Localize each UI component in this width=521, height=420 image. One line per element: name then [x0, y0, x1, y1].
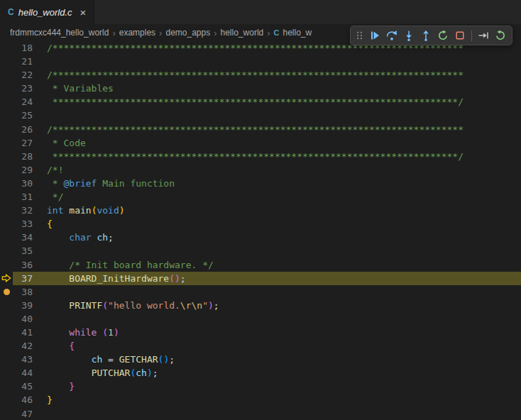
code-line[interactable]: 22/*************************************… — [0, 68, 521, 82]
step-over-icon — [386, 30, 397, 41]
step-out-button[interactable] — [418, 28, 434, 43]
code-line[interactable]: 34 char ch; — [0, 231, 521, 244]
code-line[interactable]: 39 PRINTF("hello world.\r\n"); — [0, 299, 521, 312]
code-line-text: } — [33, 393, 53, 407]
code-line-text: /***************************************… — [33, 123, 464, 136]
gutter-margin[interactable] — [0, 407, 13, 420]
code-line[interactable]: 29/*! — [0, 163, 521, 177]
gutter-margin[interactable] — [0, 299, 13, 312]
code-line-text: */ — [33, 190, 63, 204]
gutter-margin[interactable] — [0, 177, 13, 190]
code-line[interactable]: 30 * @brief Main function — [0, 177, 521, 190]
restart-button[interactable] — [435, 28, 451, 43]
gutter-margin[interactable] — [0, 393, 13, 407]
breadcrumb-item[interactable]: examples — [119, 28, 155, 38]
reset-icon — [495, 30, 506, 41]
gutter-margin[interactable] — [0, 82, 13, 95]
code-line[interactable]: 23 * Variables — [0, 82, 521, 95]
line-number: 37 — [13, 272, 33, 285]
gutter-margin[interactable] — [0, 95, 13, 109]
code-line[interactable]: 24 *************************************… — [0, 95, 521, 109]
breadcrumb-separator: › — [112, 28, 115, 38]
gutter-margin[interactable] — [0, 244, 13, 258]
code-line[interactable]: 31 */ — [0, 190, 521, 204]
close-icon[interactable]: × — [80, 7, 87, 18]
step-into-target-button[interactable] — [476, 28, 491, 43]
code-line[interactable]: 41 while (1) — [0, 326, 521, 339]
stop-button[interactable] — [452, 28, 468, 43]
step-into-target-icon — [478, 30, 489, 41]
gutter-margin[interactable] — [0, 163, 13, 177]
breadcrumb-separator: › — [267, 28, 270, 38]
breakpoint-icon[interactable] — [0, 285, 13, 299]
line-number: 18 — [13, 41, 33, 55]
code-line[interactable]: 42 { — [0, 339, 521, 353]
line-number: 46 — [13, 393, 33, 407]
gutter-margin[interactable] — [0, 150, 13, 163]
line-number: 41 — [13, 326, 33, 339]
breadcrumb-item[interactable]: frdmmcxc444_hello_world — [10, 28, 109, 38]
code-line[interactable]: 44 PUTCHAR(ch); — [0, 366, 521, 380]
code-line[interactable]: 27 * Code — [0, 136, 521, 150]
code-line[interactable]: 28 *************************************… — [0, 150, 521, 163]
code-line[interactable]: 26/*************************************… — [0, 123, 521, 136]
breadcrumb-item[interactable]: demo_apps — [165, 28, 210, 38]
line-number: 23 — [13, 82, 33, 95]
step-out-icon — [420, 30, 432, 41]
gutter-margin[interactable] — [0, 339, 13, 353]
gutter-margin[interactable] — [0, 41, 13, 55]
code-line[interactable]: 21 — [0, 55, 521, 68]
gutter-margin[interactable] — [0, 231, 13, 244]
tab-hello-world-c[interactable]: C hello_world.c × — [0, 0, 94, 24]
gutter-margin[interactable] — [0, 326, 13, 339]
step-into-button[interactable] — [401, 28, 417, 43]
code-line[interactable]: 37 BOARD_InitHardware(); — [0, 272, 521, 285]
code-line[interactable]: 25 — [0, 109, 521, 122]
gutter-margin[interactable] — [0, 353, 13, 366]
code-line[interactable]: 38 — [0, 285, 521, 299]
gutter-margin[interactable] — [0, 380, 13, 393]
code-line-text — [33, 109, 47, 122]
code-line[interactable]: 36 /* Init board hardware. */ — [0, 258, 521, 272]
continue-button[interactable] — [367, 28, 383, 43]
drag-handle-icon[interactable] — [354, 30, 365, 41]
gutter-margin[interactable] — [0, 68, 13, 82]
gutter-margin[interactable] — [0, 258, 13, 272]
code-line[interactable]: 45 } — [0, 380, 521, 393]
code-line[interactable]: 40 — [0, 312, 521, 326]
line-number: 42 — [13, 339, 33, 353]
debug-arrow-icon[interactable] — [0, 272, 13, 285]
line-number: 21 — [13, 55, 33, 68]
step-over-button[interactable] — [384, 28, 400, 43]
gutter-margin[interactable] — [0, 217, 13, 231]
tab-label: hello_world.c — [18, 7, 72, 18]
toolbar-separator — [471, 31, 472, 41]
line-number: 30 — [13, 177, 33, 190]
breadcrumb-item[interactable]: hello_world — [221, 28, 264, 38]
vscode-window: C hello_world.c × frdmmcxc444_hello_worl… — [0, 0, 521, 41]
stop-icon — [454, 30, 466, 41]
line-number: 39 — [13, 299, 33, 312]
gutter-margin[interactable] — [0, 312, 13, 326]
gutter-margin[interactable] — [0, 136, 13, 150]
line-number: 38 — [13, 285, 33, 299]
code-line-text — [33, 285, 47, 299]
reset-button[interactable] — [493, 28, 508, 43]
code-line[interactable]: 46} — [0, 393, 521, 407]
continue-icon — [369, 30, 380, 41]
gutter-margin[interactable] — [0, 109, 13, 122]
code-line[interactable]: 35 — [0, 244, 521, 258]
gutter-margin[interactable] — [0, 190, 13, 204]
code-line[interactable]: 32int main(void) — [0, 204, 521, 217]
breadcrumb-item[interactable]: hello_w — [283, 28, 312, 38]
code-line[interactable]: 33{ — [0, 217, 521, 231]
gutter-margin[interactable] — [0, 204, 13, 217]
code-editor[interactable]: 18/*************************************… — [0, 41, 521, 420]
code-line[interactable]: 43 ch = GETCHAR(); — [0, 353, 521, 366]
code-line[interactable]: 47 — [0, 407, 521, 420]
gutter-margin[interactable] — [0, 55, 13, 68]
code-line-text: PUTCHAR(ch); — [33, 366, 158, 380]
gutter-margin[interactable] — [0, 123, 13, 136]
code-line-text — [33, 244, 47, 258]
gutter-margin[interactable] — [0, 366, 13, 380]
